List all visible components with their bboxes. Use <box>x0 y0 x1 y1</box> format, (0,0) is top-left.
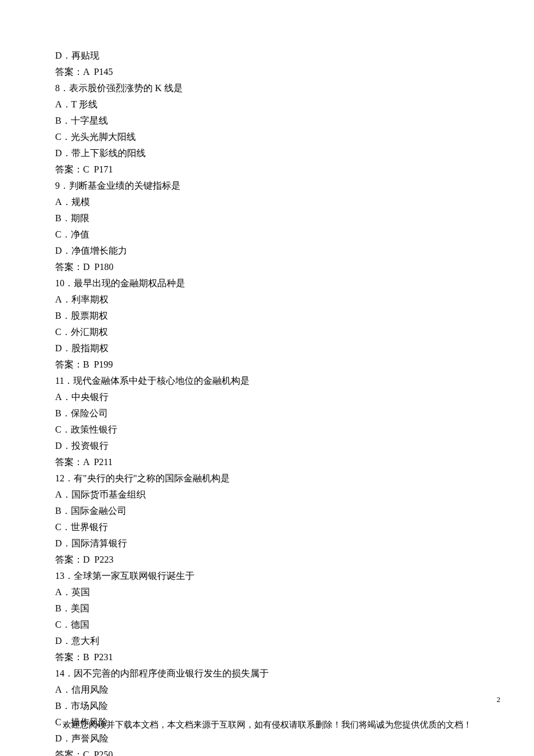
option-b: B．保险公司 <box>55 405 479 422</box>
option-a: A．国际货币基金组织 <box>55 487 479 503</box>
answer-line: 答案：C P250 <box>55 747 479 756</box>
option-d: D．意大利 <box>55 633 479 649</box>
option-b: B．美国 <box>55 600 479 617</box>
answer-line: 答案：C P171 <box>55 161 479 178</box>
option-a: A．T 形线 <box>55 96 479 113</box>
question-10: 10．最早出现的金融期权品种是 <box>55 275 479 291</box>
question-8: 8．表示股价强烈涨势的 K 线是 <box>55 80 479 96</box>
option-b: B．十字星线 <box>55 113 479 129</box>
option-a: A．中央银行 <box>55 389 479 405</box>
option-a: A．英国 <box>55 584 479 600</box>
option-d: D．声誉风险 <box>55 730 479 747</box>
answer-line: 答案：D P180 <box>55 259 479 275</box>
option-c: C．政策性银行 <box>55 422 479 438</box>
option-b: B．市场风险 <box>55 698 479 714</box>
option-a: A．规模 <box>55 194 479 210</box>
option-d: D．国际清算银行 <box>55 535 479 552</box>
option-d: D．股指期权 <box>55 340 479 357</box>
question-14: 14．因不完善的内部程序使商业银行发生的损失属于 <box>55 665 479 682</box>
option-c: C．净值 <box>55 226 479 243</box>
option-a: A．信用风险 <box>55 682 479 698</box>
answer-line: 答案：A P211 <box>55 454 479 470</box>
question-11: 11．现代金融体系中处于核心地位的金融机构是 <box>55 373 479 389</box>
answer-line: 答案：B P199 <box>55 357 479 373</box>
option-d: D．再贴现 <box>55 48 479 64</box>
option-c: C．德国 <box>55 617 479 633</box>
option-b: B．国际金融公司 <box>55 503 479 519</box>
footer-text: 欢迎您阅读并下载本文档，本文档来源于互联网，如有侵权请联系删除！我们将竭诚为您提… <box>63 719 472 729</box>
option-d: D．投资银行 <box>55 438 479 454</box>
footer: 欢迎您阅读并下载本文档，本文档来源于互联网，如有侵权请联系删除！我们将竭诚为您提… <box>0 717 534 733</box>
option-a: A．利率期权 <box>55 291 479 308</box>
option-c: C．世界银行 <box>55 519 479 535</box>
question-13: 13．全球第一家互联网银行诞生于 <box>55 568 479 584</box>
option-b: B．期限 <box>55 210 479 226</box>
document-content: D．再贴现 答案：A P145 8．表示股价强烈涨势的 K 线是 A．T 形线 … <box>0 0 534 756</box>
question-12: 12．有"央行的央行"之称的国际金融机构是 <box>55 470 479 487</box>
option-c: C．外汇期权 <box>55 324 479 340</box>
option-d: D．带上下影线的阳线 <box>55 145 479 161</box>
option-b: B．股票期权 <box>55 308 479 324</box>
question-9: 9．判断基金业绩的关键指标是 <box>55 178 479 194</box>
answer-line: 答案：D P223 <box>55 552 479 568</box>
page-number: 2 <box>497 693 501 707</box>
answer-line: 答案：A P145 <box>55 64 479 80</box>
option-c: C．光头光脚大阳线 <box>55 129 479 145</box>
answer-line: 答案：B P231 <box>55 649 479 665</box>
option-d: D．净值增长能力 <box>55 243 479 259</box>
